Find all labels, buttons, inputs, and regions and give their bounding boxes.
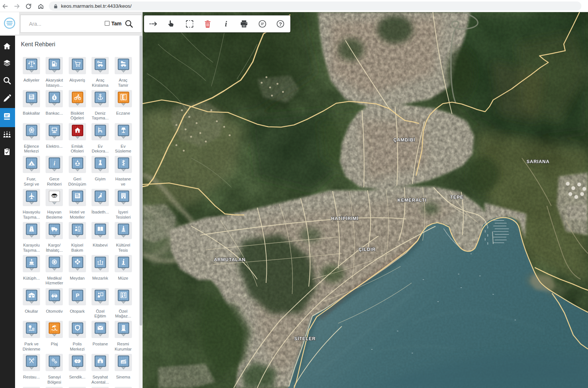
svg-text:SARIANA: SARIANA	[527, 159, 550, 164]
svg-text:i: i	[225, 19, 227, 28]
svg-text:P: P	[76, 292, 79, 298]
svg-text:ARMUTALAN: ARMUTALAN	[214, 257, 245, 262]
svg-text:KEMERALTI: KEMERALTI	[397, 198, 426, 203]
svg-text:?: ?	[279, 21, 282, 27]
svg-text:ÇAMDİBİ: ÇAMDİBİ	[393, 137, 415, 143]
svg-text:PW: PW	[53, 196, 55, 197]
svg-text:ÇILDIR: ÇILDIR	[359, 247, 376, 252]
svg-text:SİTELER: SİTELER	[294, 336, 316, 341]
svg-text:i: i	[54, 160, 55, 166]
svg-text:HATİPİRİMİ: HATİPİRİMİ	[331, 216, 358, 221]
svg-text:TEPE: TEPE	[450, 195, 463, 200]
